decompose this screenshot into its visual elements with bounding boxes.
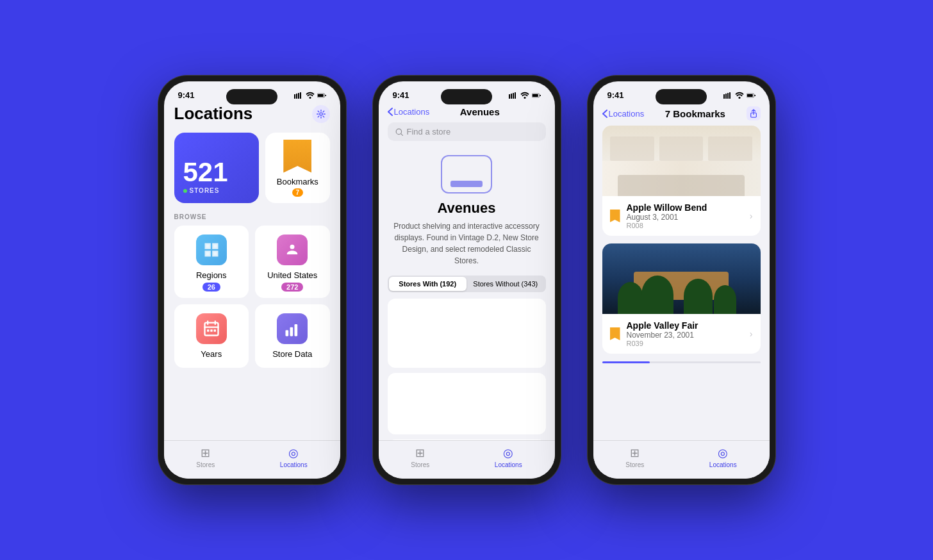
tab-locations-label-3: Locations <box>709 461 737 468</box>
store-item-lenox[interactable]: Apple Lenox Square May 11, 2002 R006 › <box>388 373 546 434</box>
tab-stores-3[interactable]: ⊞ Stores <box>625 446 644 468</box>
tab-bar-1: ⊞ Stores ◎ Locations <box>164 440 340 479</box>
bm-image-valley <box>602 243 761 314</box>
regions-label: Regions <box>196 270 227 280</box>
status-icons-2 <box>509 91 541 100</box>
svg-rect-7 <box>325 94 326 95</box>
search-bar[interactable]: Find a store <box>388 122 546 141</box>
svg-rect-2 <box>298 93 299 99</box>
status-time-2: 9:41 <box>393 90 409 100</box>
bm-name-valley: Apple Valley Fair <box>627 320 750 331</box>
status-time-3: 9:41 <box>607 90 624 100</box>
avenues-description: Product shelving and interactive accesso… <box>392 220 542 267</box>
browse-card-years[interactable]: Years <box>174 304 249 368</box>
browse-label: BROWSE <box>174 213 330 220</box>
nav-back-3[interactable]: Locations <box>602 109 645 119</box>
avenues-hero: Avenues Product shelving and interactive… <box>379 149 555 276</box>
card-bookmarks[interactable]: Bookmarks 7 <box>265 133 329 203</box>
nav-back-label-2: Locations <box>394 107 430 117</box>
svg-rect-33 <box>747 94 752 97</box>
bm-code-willow: R008 <box>627 222 750 229</box>
tab-stores-1[interactable]: ⊞ Stores <box>196 446 215 468</box>
browse-card-regions[interactable]: Regions 26 <box>174 226 249 298</box>
svg-rect-1 <box>296 94 297 99</box>
browse-card-storedata[interactable]: Store Data <box>255 304 330 368</box>
phone1-content: Locations 521 STORES <box>164 104 340 440</box>
settings-icon[interactable] <box>312 105 330 123</box>
svg-point-8 <box>319 112 322 115</box>
stores-tab-icon: ⊞ <box>201 446 210 460</box>
bookmark-card-valley[interactable]: Apple Valley Fair November 23, 2001 R039… <box>602 243 761 354</box>
svg-rect-3 <box>300 92 301 99</box>
svg-rect-28 <box>725 94 727 99</box>
bm-chevron-valley: › <box>750 329 753 339</box>
svg-rect-21 <box>515 92 516 99</box>
storedata-label: Store Data <box>272 349 312 359</box>
valley-exterior-graphic <box>602 243 761 314</box>
svg-rect-24 <box>532 94 538 97</box>
bm-code-valley: R039 <box>627 340 750 347</box>
nav-back-2[interactable]: Locations <box>388 107 430 117</box>
svg-rect-18 <box>509 94 510 99</box>
svg-rect-6 <box>317 94 323 97</box>
dynamic-island-3 <box>656 89 707 104</box>
bm-text-willow: Apple Willow Bend August 3, 2001 R008 <box>627 202 750 229</box>
bm-chevron-willow: › <box>750 211 753 221</box>
svg-rect-13 <box>213 329 216 332</box>
store-item-paloalto[interactable]: Apple Palo Alto October 10, 2001 R002 › <box>388 299 546 368</box>
svg-rect-29 <box>727 93 729 99</box>
phone-2: 9:41 Locations Avenues Find a store <box>372 75 561 485</box>
tab-locations-label-2: Locations <box>495 461 522 468</box>
stores-tab-icon-3: ⊞ <box>630 446 640 460</box>
svg-rect-11 <box>207 329 210 332</box>
cards-row: 521 STORES Bookmarks 7 <box>174 133 330 203</box>
segment-without[interactable]: Stores Without (343) <box>467 277 545 291</box>
search-icon <box>395 128 403 136</box>
status-time-1: 9:41 <box>178 90 195 100</box>
avenues-feature-icon <box>441 155 492 194</box>
scroll-indicator <box>602 361 761 363</box>
svg-point-31 <box>738 96 740 98</box>
tab-locations-2[interactable]: ◎ Locations <box>495 446 522 468</box>
tab-locations-label-1: Locations <box>280 461 308 468</box>
locations-tab-icon: ◎ <box>288 446 299 460</box>
svg-rect-34 <box>754 94 755 95</box>
tab-stores-2[interactable]: ⊞ Stores <box>411 446 429 468</box>
page-title: Locations <box>174 104 253 124</box>
bm-info-valley: Apple Valley Fair November 23, 2001 R039… <box>602 314 761 354</box>
nav-title-2: Avenues <box>460 106 500 117</box>
tab-locations-3[interactable]: ◎ Locations <box>709 446 737 468</box>
years-icon <box>196 313 227 344</box>
regions-icon <box>196 235 227 265</box>
svg-rect-19 <box>511 94 512 99</box>
card-stores[interactable]: 521 STORES <box>174 133 260 203</box>
bookmark-list: Apple Willow Bend August 3, 2001 R008 › <box>593 126 770 440</box>
svg-rect-14 <box>286 330 289 336</box>
dynamic-island-2 <box>441 89 492 104</box>
bookmark-card-willow[interactable]: Apple Willow Bend August 3, 2001 R008 › <box>602 126 761 236</box>
stores-tab-icon-2: ⊞ <box>415 446 425 460</box>
status-icons-1 <box>294 91 326 100</box>
segment-control: Stores With (192) Stores Without (343) <box>388 276 546 292</box>
tab-locations-1[interactable]: ◎ Locations <box>280 446 308 468</box>
phone-3: 9:41 Locations 7 Bookmarks <box>587 75 776 485</box>
segment-with[interactable]: Stores With (192) <box>389 277 467 291</box>
us-badge: 272 <box>281 283 303 292</box>
svg-rect-16 <box>295 324 298 336</box>
tab-bar-2: ⊞ Stores ◎ Locations <box>379 440 555 479</box>
status-icons-3 <box>723 91 755 100</box>
years-label: Years <box>201 349 222 359</box>
nav-bar-3: Locations 7 Bookmarks <box>593 104 770 126</box>
avenues-title: Avenues <box>438 200 496 217</box>
share-button[interactable] <box>747 106 761 120</box>
browse-card-us[interactable]: United States 272 <box>255 226 330 298</box>
bookmarks-badge: 7 <box>292 188 304 197</box>
svg-rect-0 <box>294 94 295 99</box>
locations-tab-icon-2: ◎ <box>503 446 513 460</box>
tab-stores-label-3: Stores <box>625 461 644 468</box>
svg-rect-30 <box>729 92 731 99</box>
svg-point-4 <box>309 96 311 98</box>
bm-date-valley: November 23, 2001 <box>627 331 750 340</box>
nav-back-label-3: Locations <box>609 109 645 119</box>
svg-rect-20 <box>513 93 514 99</box>
